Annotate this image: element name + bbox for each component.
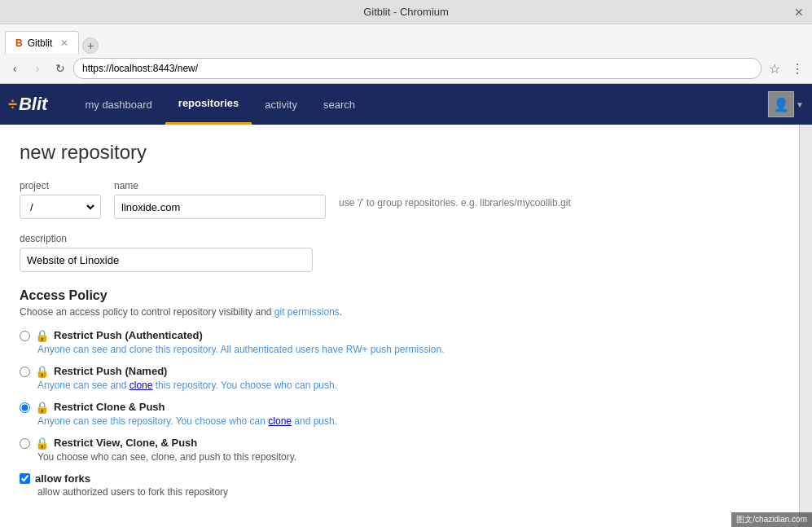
allow-forks-desc: allow authorized users to fork this repo…: [37, 486, 779, 498]
lock-gold-icon-3: 🔒: [35, 401, 49, 414]
project-group: project /: [20, 180, 101, 219]
description-input[interactable]: [20, 248, 313, 272]
radio-desc-2-end: this repository. You choose who can push…: [152, 380, 337, 391]
name-input[interactable]: [114, 195, 326, 219]
lock-yellow-icon-4: 🔒: [35, 437, 49, 450]
main-content: new repository project / name use '/' to…: [0, 125, 799, 527]
address-bar-row: ‹ › ↻ ☆ ⋮: [0, 54, 812, 83]
radio-desc-4: You choose who can see, clone, and push …: [37, 451, 779, 463]
allow-forks-section: allow forks allow authorized users to fo…: [20, 472, 779, 498]
nav-search[interactable]: search: [310, 84, 368, 125]
content-wrapper: new repository project / name use '/' to…: [0, 125, 812, 527]
logo-text: Blit: [19, 94, 47, 115]
access-desc-start: Choose an access policy to control repos…: [20, 306, 274, 318]
page-title: new repository: [20, 141, 779, 164]
option-restrict-clone-push: 🔒 Restrict Clone & Push Anyone can see t…: [20, 401, 779, 427]
scrollbar[interactable]: [799, 125, 812, 527]
nav-activity[interactable]: activity: [252, 84, 310, 125]
tab-favicon: B: [15, 37, 23, 49]
option-restrict-push-auth: 🔒 Restrict Push (Authenticated) Anyone c…: [20, 329, 779, 355]
radio-restrict-clone-push[interactable]: [20, 402, 30, 413]
app-container: ÷ Blit my dashboard repositories activit…: [0, 84, 812, 527]
access-policy-section: Access Policy Choose an access policy to…: [20, 288, 779, 463]
user-chevron-icon[interactable]: ▼: [796, 100, 804, 109]
window-title: Gitblit - Chromium: [363, 6, 449, 18]
lock-gold-icon-1: 🔒: [35, 329, 49, 342]
tab-bar: B Gitblit ✕ +: [0, 24, 812, 54]
window-close-button[interactable]: ✕: [794, 6, 804, 19]
logo[interactable]: ÷ Blit: [8, 94, 47, 115]
address-input[interactable]: [73, 58, 762, 79]
description-label: description: [20, 233, 67, 244]
title-bar: Gitblit - Chromium ✕: [0, 0, 812, 24]
access-policy-title: Access Policy: [20, 288, 779, 303]
forward-button[interactable]: ›: [28, 59, 47, 78]
browser-tab[interactable]: B Gitblit ✕: [5, 31, 79, 54]
radio-item-1: 🔒 Restrict Push (Authenticated): [20, 329, 779, 342]
bookmark-button[interactable]: ☆: [765, 59, 784, 78]
radio-desc-3: Anyone can see this repository. You choo…: [37, 415, 779, 427]
project-name-row: project / name use '/' to group reposito…: [20, 180, 779, 219]
clone-link-3[interactable]: clone: [268, 415, 292, 427]
radio-desc-3-start: Anyone can see this repository. You choo…: [37, 415, 268, 427]
radio-item-3: 🔒 Restrict Clone & Push: [20, 401, 779, 414]
radio-restrict-push-auth[interactable]: [20, 331, 30, 341]
watermark: 图文/chazidian.com: [731, 512, 812, 527]
git-permissions-link[interactable]: git permissions: [274, 306, 340, 318]
reload-button[interactable]: ↻: [50, 59, 70, 78]
new-tab-button[interactable]: +: [82, 37, 99, 54]
name-label: name: [114, 180, 326, 191]
lock-gold-icon-2: 🔒: [35, 365, 49, 378]
tab-label: Gitblit: [28, 37, 53, 49]
logo-icon: ÷: [8, 95, 17, 114]
radio-item-4: 🔒 Restrict View, Clone, & Push: [20, 437, 779, 450]
browser-chrome: B Gitblit ✕ + ‹ › ↻ ☆ ⋮: [0, 24, 812, 84]
radio-label-restrict-view[interactable]: Restrict View, Clone, & Push: [54, 437, 197, 449]
option-restrict-push-named: 🔒 Restrict Push (Named) Anyone can see a…: [20, 365, 779, 391]
project-select-wrapper: /: [20, 195, 101, 219]
nav-links: my dashboard repositories activity searc…: [72, 84, 368, 125]
radio-label-restrict-push-named[interactable]: Restrict Push (Named): [54, 365, 167, 377]
radio-desc-3-end: and push.: [292, 415, 337, 427]
radio-restrict-view[interactable]: [20, 438, 30, 449]
radio-label-restrict-push-auth[interactable]: Restrict Push (Authenticated): [54, 329, 203, 341]
clone-link-2[interactable]: clone: [129, 380, 153, 391]
allow-forks-row: allow forks: [20, 472, 779, 485]
project-label: project: [20, 180, 101, 191]
navbar: ÷ Blit my dashboard repositories activit…: [0, 84, 812, 125]
radio-label-restrict-clone-push[interactable]: Restrict Clone & Push: [54, 401, 165, 413]
access-desc-end: .: [340, 306, 342, 318]
radio-desc-2: Anyone can see and clone this repository…: [37, 380, 779, 391]
option-restrict-view: 🔒 Restrict View, Clone, & Push You choos…: [20, 437, 779, 463]
tab-close-button[interactable]: ✕: [60, 37, 68, 49]
avatar[interactable]: 👤: [768, 91, 794, 117]
user-area: 👤 ▼: [768, 91, 804, 117]
nav-my-dashboard[interactable]: my dashboard: [72, 84, 165, 125]
menu-button[interactable]: ⋮: [788, 59, 807, 78]
name-group: name: [114, 180, 326, 219]
nav-repositories[interactable]: repositories: [165, 84, 252, 125]
radio-desc-1: Anyone can see and clone this repository…: [37, 344, 779, 355]
back-button[interactable]: ‹: [5, 59, 24, 78]
radio-desc-2-start: Anyone can see and: [37, 380, 129, 391]
allow-forks-checkbox[interactable]: [20, 473, 30, 484]
name-hint: use '/' to group repositories. e.g. libr…: [339, 197, 571, 209]
allow-forks-label[interactable]: allow forks: [35, 472, 90, 485]
project-select[interactable]: /: [27, 200, 97, 214]
access-policy-desc: Choose an access policy to control repos…: [20, 306, 779, 318]
radio-item-2: 🔒 Restrict Push (Named): [20, 365, 779, 378]
description-group: description: [20, 232, 779, 272]
radio-restrict-push-named[interactable]: [20, 367, 30, 377]
